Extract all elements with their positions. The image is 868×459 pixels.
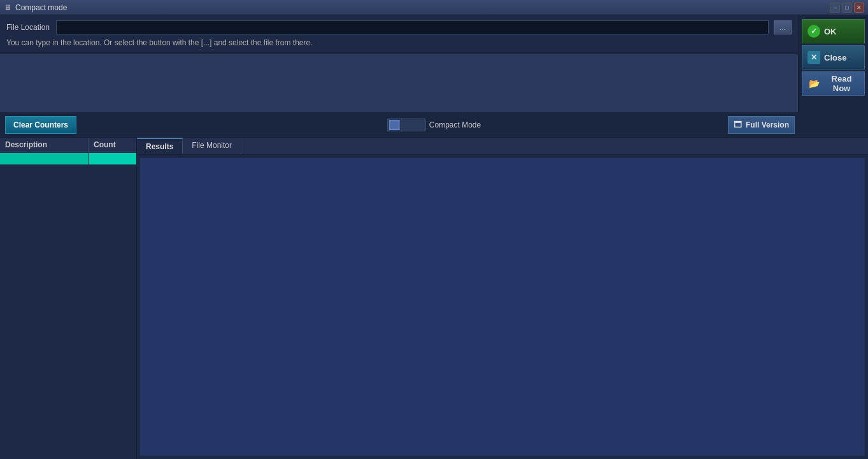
file-location-row: File Location ... [6, 20, 792, 34]
toolbar-area: Clear Counters Compact Mode 🗔 Full Versi… [0, 112, 868, 138]
browse-button[interactable]: ... [774, 20, 792, 34]
read-now-button[interactable]: 📂 Read Now [802, 71, 865, 96]
tabs-bar: Results File Monitor [137, 138, 868, 155]
maximize-button[interactable]: □ [842, 3, 852, 13]
file-location-label: File Location [6, 23, 51, 32]
col-count-header: Count [89, 138, 136, 152]
side-buttons-panel: ✓ OK ✕ Close 📂 Read Now [798, 15, 868, 127]
right-panel: Results File Monitor [137, 138, 868, 459]
tab-file-monitor[interactable]: File Monitor [183, 138, 241, 154]
minimize-button[interactable]: – [830, 3, 840, 13]
results-area [139, 157, 865, 456]
app-container: 🖥 Compact mode – □ ✕ File Location ... Y… [0, 0, 868, 459]
hint-text: You can type in the location. Or select … [6, 34, 792, 48]
close-button[interactable]: ✕ Close [802, 45, 865, 69]
ok-icon: ✓ [808, 25, 820, 38]
read-now-icon: 📂 [808, 77, 820, 90]
file-location-input[interactable] [56, 20, 769, 34]
left-panel: Description Count [0, 138, 137, 459]
app-icon: 🖥 [4, 3, 11, 12]
table-body [0, 152, 136, 459]
window-title: Compact mode [15, 3, 830, 12]
close-icon: ✕ [808, 51, 820, 64]
title-controls: – □ ✕ [830, 3, 864, 13]
full-version-button[interactable]: 🗔 Full Version [728, 116, 795, 134]
full-version-icon: 🗔 [734, 120, 742, 129]
close-window-button[interactable]: ✕ [854, 3, 864, 13]
ok-button[interactable]: ✓ OK [802, 19, 865, 43]
table-cell-description [0, 153, 89, 164]
compact-mode-toggle[interactable]: Compact Mode [387, 119, 481, 131]
compact-mode-checkbox[interactable] [387, 119, 425, 131]
bottom-content: Description Count Results File Monitor [0, 138, 868, 459]
clear-counters-button[interactable]: Clear Counters [5, 116, 76, 134]
col-description-header: Description [0, 138, 89, 152]
table-cell-count [89, 153, 136, 164]
tab-results[interactable]: Results [137, 138, 183, 154]
table-row[interactable] [0, 152, 136, 165]
title-bar: 🖥 Compact mode – □ ✕ [0, 0, 868, 15]
compact-mode-label: Compact Mode [429, 120, 481, 129]
file-location-section: File Location ... You can type in the lo… [0, 15, 798, 54]
table-header: Description Count [0, 138, 136, 152]
